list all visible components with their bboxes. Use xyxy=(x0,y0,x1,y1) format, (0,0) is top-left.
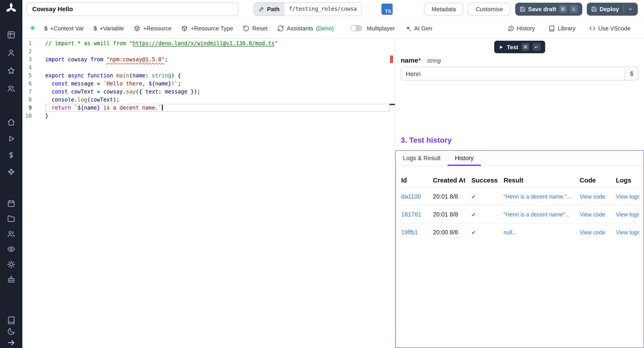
argument-name: name xyxy=(401,56,418,64)
success-check-icon: ✔ xyxy=(471,211,504,218)
argument-label-row: name * string xyxy=(401,56,639,64)
code-line xyxy=(45,48,390,56)
sidebar-item-docs[interactable] xyxy=(7,316,16,324)
reset-button[interactable]: Reset xyxy=(243,25,268,32)
ai-gen-button[interactable]: AI Gen xyxy=(405,25,432,32)
metadata-button[interactable]: Metadata xyxy=(424,2,463,16)
add-context-var-button[interactable]: $ +Context Var xyxy=(44,25,84,32)
code-line: return `${name} is a decent name.` xyxy=(45,104,390,112)
sidebar-item-favorites[interactable] xyxy=(7,66,16,75)
customise-button[interactable]: Customise xyxy=(468,2,511,16)
run-id-link[interactable]: 19ffb1 xyxy=(401,229,433,236)
col-header-success: Success xyxy=(471,177,504,184)
sidebar-item-schedules[interactable] xyxy=(7,199,16,208)
line-number: 1 xyxy=(22,39,32,48)
home-icon xyxy=(7,118,16,126)
bot-icon xyxy=(7,275,16,284)
run-result-link[interactable]: "Henri is a decent name"... xyxy=(504,211,580,218)
arrow-right-icon xyxy=(7,338,16,347)
history-button[interactable]: History xyxy=(507,25,535,32)
gear-icon xyxy=(7,260,16,269)
play-icon xyxy=(7,134,16,143)
enter-key-badge: ↵ xyxy=(533,43,541,51)
sidebar-item-settings[interactable] xyxy=(7,260,16,269)
assistants-button[interactable]: Assistants (Deno) xyxy=(277,25,334,32)
save-icon xyxy=(520,6,526,12)
code-editor[interactable]: 12345678910 // import * as wmill from "h… xyxy=(22,38,395,348)
deploy-dropdown-button[interactable] xyxy=(628,6,633,12)
save-draft-label: Save draft xyxy=(528,6,556,12)
sidebar-item-runs[interactable] xyxy=(7,134,16,143)
connection-status-dot xyxy=(31,26,34,30)
folder-icon xyxy=(7,214,16,223)
multiplayer-toggle[interactable] xyxy=(350,25,362,31)
argument-input[interactable] xyxy=(401,67,625,80)
rotate-ccw-icon xyxy=(243,25,250,32)
pencil-icon xyxy=(259,6,264,12)
add-variable-button[interactable]: $ +Variable xyxy=(94,25,124,32)
library-button[interactable]: Library xyxy=(548,25,576,32)
save-draft-button[interactable]: Save draft ⌘ S xyxy=(515,2,582,16)
windmill-logo-icon[interactable] xyxy=(5,2,18,15)
use-vscode-button[interactable]: Use VScode xyxy=(589,25,630,32)
path-value[interactable]: f/testing_roles/cowsa xyxy=(284,2,361,16)
editor-code-area[interactable]: // import * as wmill from "https://deno.… xyxy=(45,38,390,348)
run-created-at: 20:01 8/8 xyxy=(433,193,471,200)
sidebar-item-home[interactable] xyxy=(7,118,16,126)
line-number: 8 xyxy=(22,96,32,104)
run-id-link[interactable]: da1100 xyxy=(401,193,433,200)
typescript-badge: TS xyxy=(382,3,393,14)
sidebar-item-members[interactable] xyxy=(7,84,16,93)
run-result-link[interactable]: null... xyxy=(504,229,580,236)
history-table: Id Created At Success Result Code Logs d… xyxy=(396,173,644,241)
sidebar-item-apps[interactable] xyxy=(7,30,16,39)
sidebar-item-audit[interactable] xyxy=(7,245,16,254)
line-number: 2 xyxy=(22,48,32,56)
chevron-down-icon xyxy=(628,6,633,12)
view-code-link[interactable]: View code xyxy=(580,194,616,200)
view-code-link[interactable]: View code xyxy=(580,211,616,218)
test-row: Test ⌘ ↵ xyxy=(395,41,644,53)
sidebar-item-folders[interactable] xyxy=(7,214,16,223)
run-id-link[interactable]: 161761 xyxy=(401,211,433,218)
sidebar-item-theme[interactable] xyxy=(7,327,16,336)
col-header-logs: Logs xyxy=(616,177,639,184)
history-row: da110020:01 8/8✔"Henri is a decent name.… xyxy=(401,188,639,205)
history-row: 16176120:01 8/8✔"Henri is a decent name"… xyxy=(401,205,639,223)
add-resource-button[interactable]: +Resource xyxy=(134,25,171,32)
run-result-link[interactable]: "Henri is a decent name."... xyxy=(504,194,580,200)
tab-history[interactable]: History xyxy=(448,151,481,166)
insert-variable-button[interactable]: $ xyxy=(625,67,638,80)
user-icon xyxy=(7,48,16,57)
add-resource-type-button[interactable]: +Resource Type xyxy=(181,25,233,32)
line-number: 3 xyxy=(22,56,32,64)
argument-type: string xyxy=(427,58,441,64)
col-header-result: Result xyxy=(504,177,580,184)
sidebar-item-resources[interactable] xyxy=(7,167,16,176)
argument-input-row: $ xyxy=(401,67,639,80)
code-line: import cowsay from "npm:cowsay@1.5.0"; xyxy=(45,56,390,64)
view-code-link[interactable]: View code xyxy=(580,229,616,236)
sidebar-item-workers[interactable] xyxy=(7,275,16,284)
view-logs-link[interactable]: View logs xyxy=(616,194,639,200)
path-edit-button[interactable]: Path xyxy=(254,2,284,16)
sidebar-expand-button[interactable] xyxy=(7,338,16,347)
sidebar-item-profile[interactable] xyxy=(7,48,16,57)
code-line xyxy=(45,64,390,72)
team-icon xyxy=(7,230,16,238)
test-history-panel: Logs & Result History Id Created At Succ… xyxy=(395,150,644,348)
deploy-button[interactable]: Deploy xyxy=(586,2,638,16)
view-logs-link[interactable]: View logs xyxy=(616,211,639,218)
toggle-knob xyxy=(351,26,356,31)
path-group: Path f/testing_roles/cowsa xyxy=(254,2,362,16)
add-variable-label: +Variable xyxy=(100,25,124,32)
add-context-var-label: +Context Var xyxy=(50,25,84,32)
view-logs-link[interactable]: View logs xyxy=(616,229,639,236)
tab-logs-result[interactable]: Logs & Result xyxy=(396,151,448,166)
test-button[interactable]: Test ⌘ ↵ xyxy=(494,41,545,53)
sidebar-item-groups[interactable] xyxy=(7,230,16,238)
sidebar-item-variables[interactable] xyxy=(7,150,16,160)
script-name-input[interactable] xyxy=(26,2,238,16)
save-icon xyxy=(591,6,597,12)
run-created-at: 20:00 8/8 xyxy=(433,229,471,236)
